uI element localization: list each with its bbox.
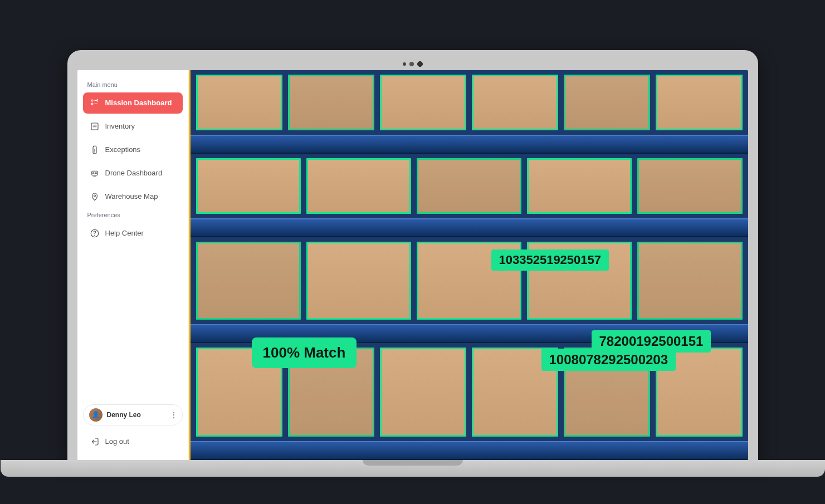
svg-point-16: [94, 235, 95, 236]
detected-box: [637, 242, 742, 320]
detected-box: [306, 158, 411, 214]
sidebar-section-main: Main menu: [83, 78, 183, 91]
sidebar-item-label: Mission Dashboard: [105, 99, 172, 107]
sidebar-item-exceptions[interactable]: Exceptions: [83, 139, 183, 160]
detected-box: [564, 75, 650, 130]
sidebar-item-inventory[interactable]: Inventory: [83, 116, 183, 137]
svg-point-1: [91, 103, 93, 105]
user-name: Denny Leo: [107, 411, 141, 419]
barcode-overlay: 1008078292500203: [541, 349, 676, 371]
sidebar-item-label: Help Center: [105, 229, 144, 237]
sidebar-section-prefs: Preferences: [83, 208, 183, 222]
detected-box: [656, 75, 742, 130]
sidebar-item-warehouse-map[interactable]: Warehouse Map: [83, 186, 183, 207]
laptop-frame: Main menu Mission Dashboard Inventory Ex…: [67, 50, 758, 477]
screen-bezel: Main menu Mission Dashboard Inventory Ex…: [67, 50, 758, 460]
sidebar-item-label: Drone Dashboard: [105, 169, 163, 177]
logout-icon: [90, 437, 100, 447]
svg-rect-5: [91, 123, 98, 130]
detected-box: [306, 242, 411, 320]
detected-box: [196, 158, 301, 214]
avatar: 👤: [89, 408, 102, 422]
sidebar-item-drone-dashboard[interactable]: Drone Dashboard: [83, 163, 183, 184]
laptop-base: [1, 460, 825, 477]
svg-point-9: [94, 151, 95, 152]
shelf-beam: [191, 218, 748, 237]
map-pin-icon: [90, 192, 100, 202]
sidebar-item-label: Inventory: [105, 122, 135, 130]
svg-point-12: [95, 172, 96, 173]
sidebar-item-mission-dashboard[interactable]: Mission Dashboard: [83, 92, 183, 114]
shelf-row: [191, 70, 748, 135]
svg-point-11: [92, 172, 94, 173]
match-badge: 100% Match: [252, 337, 357, 368]
drone-icon: [90, 168, 100, 178]
user-profile-pill[interactable]: 👤 Denny Leo ⋮: [83, 404, 183, 425]
detected-box: [417, 158, 521, 214]
notch-bar: [77, 60, 748, 68]
detected-box: [380, 348, 466, 437]
logout-button[interactable]: Log out: [83, 431, 183, 452]
camera-feed: 100% Match 103352519250157 7820019250015…: [189, 70, 748, 460]
barcode-overlay: 103352519250157: [491, 249, 609, 271]
inventory-icon: [90, 121, 100, 131]
dashboard-icon: [90, 98, 100, 108]
detected-box: [196, 75, 282, 130]
sidebar-item-label: Exceptions: [105, 145, 141, 154]
detected-box: [527, 158, 632, 214]
detected-box: [380, 75, 466, 130]
kebab-icon[interactable]: ⋮: [170, 411, 177, 419]
shelf-row: [191, 237, 748, 324]
svg-point-14: [94, 195, 95, 197]
shelf-beam: [191, 135, 748, 154]
detected-box: [196, 242, 301, 320]
app-screen: Main menu Mission Dashboard Inventory Ex…: [77, 70, 748, 460]
shelf-beam: [191, 441, 748, 460]
sidebar-item-help-center[interactable]: Help Center: [83, 223, 183, 244]
detected-box: [637, 158, 742, 214]
svg-point-0: [91, 100, 93, 101]
shelf-row: [191, 154, 748, 218]
logout-label: Log out: [105, 437, 129, 446]
help-icon: [90, 228, 100, 238]
warehouse-shelves: [191, 70, 748, 460]
detected-box: [472, 75, 558, 130]
sidebar: Main menu Mission Dashboard Inventory Ex…: [77, 70, 189, 460]
detected-box: [288, 75, 374, 130]
exceptions-icon: [90, 145, 100, 155]
sidebar-item-label: Warehouse Map: [105, 192, 158, 200]
